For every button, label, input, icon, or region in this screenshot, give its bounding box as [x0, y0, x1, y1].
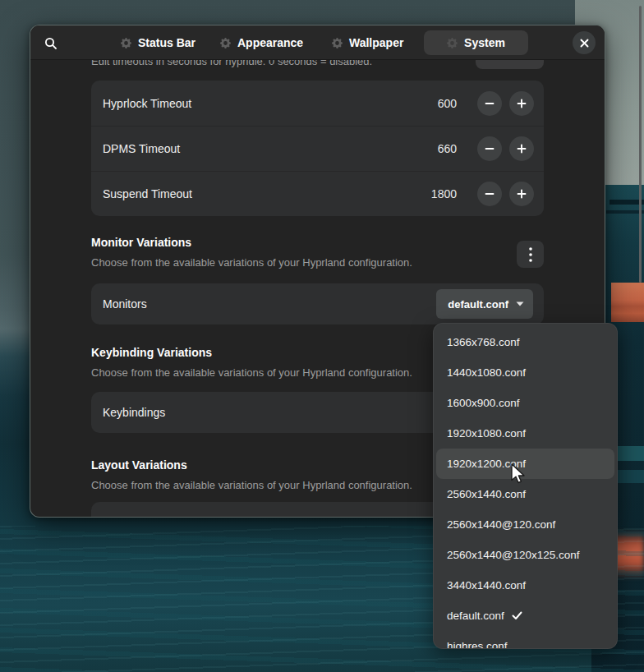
- row-label: Monitors: [103, 297, 436, 311]
- dropdown-selected-value: default.conf: [448, 298, 508, 311]
- tab-label: Status Bar: [138, 36, 196, 49]
- menu-item-label: 3440x1440.conf: [447, 579, 526, 591]
- plus-icon: [517, 189, 527, 199]
- menu-item-label: 1920x1080.conf: [447, 427, 526, 440]
- wallpaper-teal-band: [614, 446, 644, 461]
- menu-item[interactable]: 1366x768.conf: [434, 327, 617, 357]
- spin-value[interactable]: 660: [438, 142, 457, 155]
- plus-icon: [517, 144, 527, 154]
- menu-item-label: 2560x1440@120x125.conf: [447, 549, 580, 561]
- menu-item[interactable]: 1920x1080.conf: [434, 418, 617, 449]
- gear-icon: [447, 38, 458, 48]
- increment-button[interactable]: [509, 91, 534, 116]
- section-description: Choose from the available variations of …: [91, 256, 412, 269]
- table-row-hyprlock-timeout: Hyprlock Timeout 600: [91, 81, 544, 126]
- minus-icon: [485, 144, 494, 154]
- increment-button[interactable]: [509, 182, 534, 206]
- minus-icon: [485, 99, 494, 108]
- close-icon: [580, 39, 589, 48]
- menu-item-label: 1600x900.conf: [447, 397, 520, 409]
- section-description: Choose from the available variations of …: [91, 366, 412, 379]
- tab-status-bar[interactable]: Status Bar: [116, 30, 200, 55]
- menu-item[interactable]: 2560x1440@120x125.conf: [434, 540, 617, 570]
- tab-system-active[interactable]: System: [424, 30, 528, 55]
- minus-icon: [485, 189, 494, 199]
- gear-icon: [332, 38, 343, 48]
- menu-item[interactable]: 1440x1080.conf: [434, 357, 617, 388]
- increment-button[interactable]: [509, 136, 534, 161]
- row-label: Hyprlock Timeout: [103, 97, 438, 110]
- plus-icon: [517, 99, 527, 108]
- menu-item[interactable]: 3440x1440.conf: [434, 570, 617, 601]
- popup-scrollbar[interactable]: [639, 6, 642, 283]
- row-label: DPMS Timeout: [103, 142, 438, 155]
- titlebar: Status Bar Appearance Wallpaper System: [30, 25, 605, 60]
- tab-appearance[interactable]: Appearance: [215, 30, 308, 55]
- timeout-rows-group: Hyprlock Timeout 600 DPMS Timeout 660 Su…: [91, 81, 544, 216]
- menu-item-label: 1366x768.conf: [447, 336, 520, 348]
- kebab-menu-icon: [529, 247, 532, 262]
- menu-item-label: 2560x1440@120.conf: [447, 518, 555, 531]
- table-row-dpms-timeout: DPMS Timeout 660: [91, 126, 544, 171]
- section-title-layout-variations: Layout Variations: [91, 458, 187, 472]
- decrement-button[interactable]: [477, 91, 502, 116]
- tab-label: Wallpaper: [349, 36, 403, 49]
- section-title-monitor-variations: Monitor Variations: [91, 236, 191, 249]
- tab-label: System: [464, 36, 505, 49]
- menu-item-label: highres.conf: [447, 640, 508, 649]
- decrement-button[interactable]: [477, 182, 502, 206]
- menu-item[interactable]: 2560x1440@120.conf: [434, 509, 617, 540]
- section-title-keybinding-variations: Keybinding Variations: [91, 346, 212, 359]
- close-button[interactable]: [573, 31, 596, 54]
- menu-item[interactable]: highres.conf: [434, 631, 617, 649]
- row-label: Suspend Timeout: [103, 187, 431, 200]
- menu-item-label: 1440x1080.conf: [447, 366, 526, 379]
- spin-value[interactable]: 1800: [431, 187, 457, 200]
- tab-wallpaper[interactable]: Wallpaper: [327, 30, 408, 55]
- monitors-dropdown-button[interactable]: default.conf: [436, 289, 533, 319]
- decrement-button[interactable]: [477, 136, 502, 161]
- search-button[interactable]: [41, 34, 61, 53]
- section-description: Choose from the available variations of …: [91, 479, 412, 491]
- wallpaper-orange-block: [611, 283, 644, 322]
- caret-down-icon: [516, 301, 524, 306]
- table-row-suspend-timeout: Suspend Timeout 1800: [91, 171, 544, 216]
- monitors-row-group: Monitors default.conf: [91, 283, 544, 324]
- spin-value[interactable]: 600: [438, 97, 457, 110]
- menu-item-selected[interactable]: default.conf: [434, 601, 617, 631]
- mouse-cursor-icon: [509, 463, 527, 486]
- gear-icon: [121, 38, 131, 48]
- tab-label: Appearance: [237, 36, 303, 49]
- table-row-monitors: Monitors default.conf: [91, 283, 544, 324]
- check-icon: [512, 611, 522, 620]
- menu-item-label: default.conf: [447, 610, 504, 622]
- section-menu-button[interactable]: [517, 241, 544, 268]
- menu-item[interactable]: 1600x900.conf: [434, 388, 617, 418]
- gear-icon: [220, 38, 231, 48]
- menu-item-label: 2560x1440.conf: [447, 488, 526, 500]
- search-icon: [44, 37, 58, 50]
